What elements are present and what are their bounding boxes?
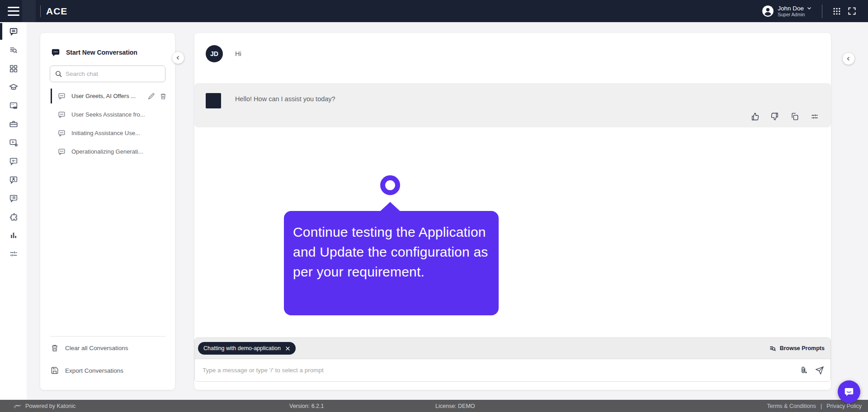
terms-link[interactable]: Terms & Conditions	[767, 403, 816, 409]
chat-panel: JD Hi Hello! How can I assist you today?…	[194, 33, 831, 390]
copy-icon[interactable]	[790, 112, 799, 121]
rail-academy-icon[interactable]	[0, 78, 27, 96]
app-context-chip: Chatting with demo-application	[198, 342, 296, 355]
rail-analytics-icon[interactable]	[0, 226, 27, 244]
app-window: ACE John Doe Super Admin	[0, 0, 868, 412]
chat-bubble-icon	[58, 129, 66, 137]
apps-launcher-icon[interactable]	[832, 7, 841, 16]
fullscreen-icon[interactable]	[848, 7, 856, 15]
collapse-sidebar-button[interactable]	[172, 52, 184, 64]
messenger-icon	[843, 386, 855, 398]
icon-rail	[0, 22, 27, 400]
thumbs-down-icon[interactable]	[770, 112, 779, 121]
topbar-divider	[822, 5, 822, 18]
topbar-divider	[40, 5, 41, 17]
tooltip-text: Continue testing the Application and Upd…	[293, 222, 491, 282]
attach-file-icon[interactable]	[799, 366, 808, 375]
top-bar: ACE John Doe Super Admin	[0, 0, 868, 22]
rail-prompt-search-icon[interactable]	[0, 41, 27, 59]
close-icon[interactable]	[285, 346, 291, 351]
app-title: ACE	[46, 6, 67, 17]
conversation-item[interactable]: User Greets, AI Offers ...	[40, 87, 175, 105]
clear-all-conversations-button[interactable]: Clear all Conversations	[40, 337, 175, 359]
user-role: Super Admin	[778, 12, 805, 17]
collapse-right-panel-button[interactable]	[843, 53, 854, 65]
save-icon	[51, 366, 59, 375]
bot-message-text: Hello! How can I assist you today?	[235, 95, 335, 103]
conversation-title: Operationalizing Generati...	[71, 148, 143, 155]
rail-voice-chat-icon[interactable]	[0, 152, 27, 170]
composer-context-bar: Chatting with demo-application Browse Pr…	[195, 338, 830, 359]
chevron-down-icon	[807, 5, 812, 11]
privacy-link[interactable]: Privacy Policy	[826, 403, 862, 409]
onboarding-tooltip: Continue testing the Application and Upd…	[284, 211, 499, 315]
search-chat-box	[50, 66, 165, 82]
chat-bubble-icon	[58, 92, 66, 100]
bot-avatar	[206, 93, 221, 108]
export-conversations-button[interactable]: Export Conversations	[40, 359, 175, 382]
user-message: JD Hi	[206, 45, 241, 62]
rail-chat-list-icon[interactable]	[0, 189, 27, 207]
user-name: John Doe	[778, 5, 804, 12]
conversation-list: User Greets, AI Offers ... User Seeks As…	[40, 87, 175, 161]
send-icon[interactable]	[815, 366, 824, 375]
user-message-text: Hi	[235, 50, 241, 57]
user-menu[interactable]: John Doe Super Admin	[762, 5, 812, 18]
footer-link-separator: |	[821, 403, 822, 409]
browse-prompts-label: Browse Prompts	[780, 345, 825, 351]
export-label: Export Conversations	[65, 367, 123, 374]
app-context-chip-label: Chatting with demo-application	[203, 345, 281, 351]
chat-bubble-icon	[58, 111, 66, 118]
powered-by-label: Powered by Katonic	[25, 403, 75, 409]
chevron-left-icon	[175, 55, 181, 61]
rail-apps-grid-icon[interactable]	[0, 59, 27, 78]
chat-bubble-icon	[58, 148, 66, 155]
trash-icon	[51, 344, 59, 352]
footer-bar: Powered by Katonic Version: 6.2.1 Licens…	[0, 400, 868, 412]
katonic-logo-icon	[13, 403, 22, 409]
bot-message: Hello! How can I assist you today?	[194, 83, 831, 127]
composer-input-row	[195, 359, 830, 381]
rail-chat-icon[interactable]	[0, 22, 27, 41]
version-label: Version: 6.2.1	[289, 403, 324, 409]
rail-workspace-icon[interactable]	[0, 115, 27, 133]
chevron-left-icon	[846, 56, 851, 61]
conversation-title: User Seeks Assistance fro...	[71, 111, 145, 118]
rail-settings-sliders-icon[interactable]	[0, 244, 27, 263]
edit-conversation-icon[interactable]	[148, 93, 155, 100]
start-new-conversation-button[interactable]: Start New Conversation	[40, 33, 175, 57]
search-chat-input[interactable]	[66, 70, 160, 77]
conversation-item[interactable]: User Seeks Assistance fro...	[40, 105, 175, 124]
delete-conversation-icon[interactable]	[160, 93, 167, 100]
browse-prompts-button[interactable]: Browse Prompts	[769, 345, 825, 352]
user-avatar: JD	[206, 45, 223, 62]
clear-all-label: Clear all Conversations	[65, 345, 128, 351]
conversation-item[interactable]: Operationalizing Generati...	[40, 142, 175, 161]
start-new-conversation-label: Start New Conversation	[66, 49, 137, 56]
new-chat-icon	[51, 47, 61, 57]
prompt-search-icon	[769, 345, 777, 352]
message-composer: Chatting with demo-application Browse Pr…	[194, 337, 831, 382]
search-icon	[55, 70, 62, 78]
rail-persona-chat-icon[interactable]	[0, 170, 27, 189]
conversation-title: User Greets, AI Offers ...	[71, 93, 136, 99]
hamburger-menu-icon[interactable]	[8, 7, 19, 16]
user-avatar-icon	[762, 5, 774, 17]
license-label: License: DEMO	[435, 403, 475, 409]
rail-linked-media-icon[interactable]	[0, 96, 27, 115]
tooltip-anchor-ring	[380, 175, 400, 195]
rail-video-settings-icon[interactable]	[0, 133, 27, 152]
message-input[interactable]	[203, 367, 799, 374]
conversation-title: Initiating Assistance Use...	[71, 130, 140, 136]
conversation-item[interactable]: Initiating Assistance Use...	[40, 124, 175, 142]
conversation-sidebar: Start New Conversation User Greets, AI O…	[40, 33, 175, 390]
rail-integrations-icon[interactable]	[0, 207, 27, 226]
thumbs-up-icon[interactable]	[750, 112, 760, 121]
tune-icon[interactable]	[810, 112, 819, 121]
brand-logo	[22, 0, 36, 22]
support-chat-fab[interactable]	[838, 380, 860, 403]
